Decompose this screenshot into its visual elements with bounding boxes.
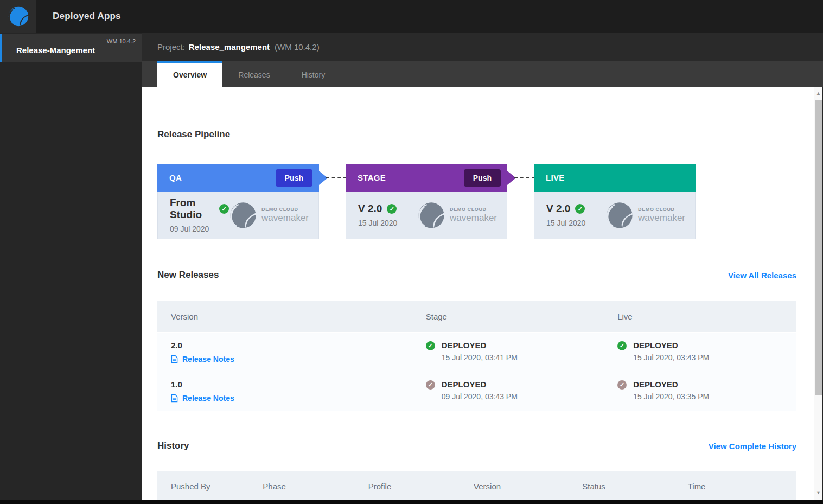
column-time: Time: [688, 482, 796, 491]
tab-releases[interactable]: Releases: [222, 61, 285, 87]
column-phase: Phase: [263, 482, 368, 491]
pipeline-card-stage: STAGE Push V 2.0 ✓ 15 Jul 2020: [346, 164, 507, 239]
tab-history[interactable]: History: [286, 61, 341, 87]
stage-time: 15 Jul 2020, 03:41 PM: [442, 353, 518, 362]
apps-sidebar: WM 10.4.2 Release-Mangement: [0, 33, 142, 500]
release-version: 1.0: [171, 380, 426, 389]
sidebar-item-release-mangement[interactable]: WM 10.4.2 Release-Mangement: [0, 34, 142, 62]
cloud-label: DEMO CLOUD: [261, 207, 309, 212]
tab-bar: Overview Releases History: [142, 61, 823, 87]
scroll-up-icon[interactable]: ▲: [814, 89, 822, 98]
wavemaker-wave-icon: [605, 201, 634, 229]
document-icon: [171, 355, 178, 363]
live-time: 15 Jul 2020, 03:43 PM: [633, 353, 709, 362]
new-releases-heading: New Releases: [157, 270, 219, 280]
column-live: Live: [617, 312, 796, 321]
release-pipeline: QA Push From Studio ✓ 09 Jul 2020: [157, 164, 796, 239]
tab-overview[interactable]: Overview: [157, 61, 222, 87]
project-platform-version: (WM 10.4.2): [275, 42, 320, 52]
cloud-name: wavemaker: [261, 213, 309, 224]
deploy-date: 15 Jul 2020: [358, 219, 397, 227]
qa-header: QA Push: [157, 164, 319, 192]
project-name: Release_mangement: [189, 42, 270, 52]
wavemaker-logo[interactable]: [0, 0, 36, 33]
release-version: 2.0: [171, 341, 426, 350]
history-heading: History: [157, 441, 189, 451]
horizontal-scrollbar[interactable]: [0, 500, 823, 504]
live-status: DEPLOYED: [633, 380, 709, 389]
pipeline-connector: [507, 164, 534, 239]
pipeline-card-live: LIVE V 2.0 ✓ 15 Jul 2020: [534, 164, 696, 239]
cloud-name: wavemaker: [450, 213, 497, 224]
wavemaker-wave-icon: [229, 201, 257, 229]
column-pushed-by: Pushed By: [157, 482, 263, 491]
check-circle-icon: ✓: [617, 380, 627, 390]
live-status: DEPLOYED: [633, 341, 709, 350]
release-pipeline-heading: Release Pipeline: [157, 129, 796, 140]
table-row: 1.0 Release Notes: [157, 372, 796, 411]
column-version: Version: [157, 312, 426, 321]
column-profile: Profile: [368, 482, 474, 491]
table-header-row: Pushed By Phase Profile Version Status T…: [157, 471, 796, 500]
column-stage: Stage: [426, 312, 617, 321]
live-time: 15 Jul 2020, 03:35 PM: [633, 392, 709, 401]
stage-push-button[interactable]: Push: [464, 169, 501, 187]
release-notes-link[interactable]: Release Notes: [171, 355, 426, 363]
content-scroll-area: Release Pipeline QA Push From Studi: [142, 87, 823, 500]
app-platform-version: WM 10.4.2: [107, 38, 136, 44]
stage-status: DEPLOYED: [442, 380, 518, 389]
stage-body: V 2.0 ✓ 15 Jul 2020: [346, 192, 507, 239]
deploy-date: 09 Jul 2020: [170, 225, 229, 233]
top-bar: Deployed Apps: [0, 0, 823, 33]
deployed-version: From Studio: [170, 197, 214, 221]
view-complete-history-link[interactable]: View Complete History: [709, 442, 796, 451]
stage-time: 09 Jul 2020, 03:43 PM: [442, 392, 518, 401]
table-row: 2.0 Release Notes: [157, 332, 796, 372]
deployed-version: V 2.0: [358, 203, 382, 215]
app-name: Release-Mangement: [16, 46, 95, 55]
cloud-label: DEMO CLOUD: [638, 207, 685, 212]
phase-name: LIVE: [546, 173, 565, 182]
wavemaker-wave-icon: [417, 201, 445, 229]
stage-header: STAGE Push: [346, 164, 507, 192]
check-circle-icon: ✓: [387, 204, 397, 214]
demo-cloud-logo: DEMO CLOUD wavemaker: [605, 201, 685, 229]
page-title: Deployed Apps: [53, 11, 121, 22]
phase-name: STAGE: [358, 173, 386, 182]
project-header: Project: Release_mangement (WM 10.4.2): [142, 33, 823, 61]
wavemaker-wave-icon: [8, 5, 29, 27]
scroll-down-icon[interactable]: ▼: [814, 488, 822, 497]
pipeline-connector: [319, 164, 346, 239]
view-all-releases-link[interactable]: View All Releases: [728, 271, 796, 280]
check-circle-icon: ✓: [426, 341, 435, 350]
qa-body: From Studio ✓ 09 Jul 2020: [157, 192, 319, 239]
history-table: Pushed By Phase Profile Version Status T…: [157, 471, 796, 500]
cloud-label: DEMO CLOUD: [450, 207, 497, 212]
deployed-version: V 2.0: [546, 203, 570, 215]
project-label: Project:: [157, 42, 185, 52]
demo-cloud-logo: DEMO CLOUD wavemaker: [417, 201, 497, 229]
pipeline-card-qa: QA Push From Studio ✓ 09 Jul 2020: [157, 164, 319, 239]
stage-status: DEPLOYED: [442, 341, 518, 350]
main-panel: Project: Release_mangement (WM 10.4.2) O…: [142, 33, 823, 500]
phase-name: QA: [169, 173, 182, 182]
live-header: LIVE: [534, 164, 696, 192]
cloud-name: wavemaker: [638, 213, 685, 224]
release-notes-link[interactable]: Release Notes: [171, 394, 426, 403]
check-circle-icon: ✓: [617, 341, 627, 350]
scrollbar-thumb[interactable]: [815, 100, 822, 395]
check-circle-icon: ✓: [426, 380, 435, 390]
new-releases-table: Version Stage Live 2.0: [157, 301, 796, 411]
vertical-scrollbar[interactable]: ▲ ▼: [814, 87, 822, 500]
check-circle-icon: ✓: [575, 204, 585, 214]
demo-cloud-logo: DEMO CLOUD wavemaker: [229, 201, 309, 229]
column-version: Version: [474, 482, 582, 491]
qa-push-button[interactable]: Push: [276, 169, 312, 187]
check-circle-icon: ✓: [219, 204, 229, 214]
live-body: V 2.0 ✓ 15 Jul 2020: [534, 192, 696, 239]
table-header-row: Version Stage Live: [157, 301, 796, 332]
deploy-date: 15 Jul 2020: [546, 219, 585, 227]
column-status: Status: [582, 482, 687, 491]
document-icon: [171, 394, 178, 403]
